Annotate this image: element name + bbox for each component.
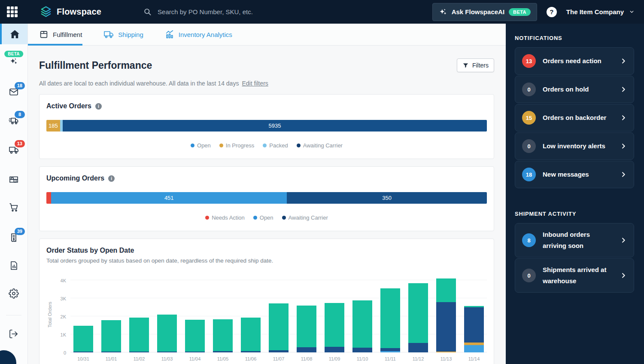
panel-item-shipments-arrived-at-warehouse[interactable]: 0Shipments arrived at warehouse	[515, 258, 634, 293]
sidebar-item-report[interactable]	[0, 260, 27, 271]
sidebar-item-home[interactable]	[0, 24, 27, 44]
bar-segment-teal_segment	[73, 326, 93, 352]
chart-bar-11-11	[380, 288, 400, 352]
filters-button[interactable]: Filters	[457, 58, 494, 72]
x-tick-label: 11/13	[436, 356, 456, 361]
x-tick-label: 11/02	[129, 356, 149, 361]
count-badge: 0	[522, 83, 536, 96]
legend-dot-icon	[297, 144, 301, 147]
sidebar-item-invoice[interactable]: 39	[0, 232, 27, 243]
chart-bar-11-12	[408, 283, 428, 352]
legend-item: Awaiting Carrier	[297, 142, 343, 149]
x-tick-label: 11/03	[157, 356, 177, 361]
x-tick-label: 11/01	[101, 356, 121, 361]
count-badge: 0	[522, 269, 536, 282]
sidebar-item-cart[interactable]	[0, 202, 27, 212]
bar-segment-teal_segment	[380, 288, 400, 348]
count-badge: 8	[522, 233, 536, 247]
x-tick-label: 10/31	[73, 356, 93, 361]
tab-fulfillment[interactable]: Fulfillment	[39, 24, 82, 45]
sidebar-item-warehouse[interactable]	[0, 173, 27, 184]
bar-segment-navy_segment	[380, 348, 400, 351]
x-tick-label: 11/10	[352, 356, 372, 361]
legend-item: Open	[253, 214, 273, 221]
upcoming-orders-legend: Needs ActionOpenAwaiting Carrier	[46, 214, 487, 221]
panel-item-new-messages[interactable]: 18New messages	[515, 161, 634, 188]
filters-label: Filters	[472, 62, 489, 69]
panel-item-inbound-orders-arriving-soon[interactable]: 8Inbound orders arriving soon	[515, 223, 634, 257]
account-menu[interactable]: The Item Company	[566, 8, 635, 15]
sidebar-item-truck-fast[interactable]: 8	[0, 116, 27, 126]
info-icon[interactable]: i	[95, 103, 102, 110]
chart-bar-11-07	[269, 303, 289, 352]
panel-item-orders-need-action[interactable]: 13Orders need action	[515, 47, 634, 75]
ask-ai-label: Ask FlowspaceAI	[452, 8, 504, 15]
ask-flowspace-ai-button[interactable]: Ask FlowspaceAI BETA	[432, 3, 537, 21]
bar-segment-navy_segment	[325, 347, 344, 352]
x-tick-label: 11/11	[380, 356, 400, 361]
sidebar-item-gear[interactable]	[0, 288, 27, 299]
bar-segment-gold_segment	[436, 352, 456, 352]
order-status-title: Order Status by Open Date	[46, 247, 134, 254]
sidebar-item-mail[interactable]: 18	[0, 87, 27, 97]
caret-down-icon	[629, 9, 635, 15]
panel-item-orders-on-backorder[interactable]: 15Orders on backorder	[515, 104, 634, 132]
sidebar-item-logout[interactable]	[0, 329, 27, 339]
flowspace-logo[interactable]: Flowspace	[39, 6, 101, 18]
sidebar-badge: 13	[15, 140, 25, 147]
upcoming-orders-title: Upcoming Orders	[46, 174, 104, 182]
chevron-right-icon	[620, 171, 627, 178]
sidebar-divider	[6, 315, 21, 315]
legend-item: Needs Action	[205, 214, 245, 221]
panel-item-orders-on-hold[interactable]: 0Orders on hold	[515, 76, 634, 103]
bar-segment-teal_segment	[157, 315, 177, 352]
bar-segment-sky_blue_segment	[380, 351, 400, 352]
x-tick-label: 11/06	[241, 356, 261, 361]
bar-segment-navy_segment	[185, 352, 205, 352]
chevron-right-icon	[620, 114, 627, 121]
help-icon[interactable]: ?	[547, 7, 557, 17]
tab-inventory-analytics[interactable]: Inventory Analytics	[165, 24, 232, 45]
info-icon[interactable]: i	[108, 175, 115, 182]
apps-grid-icon[interactable]	[7, 6, 18, 18]
legend-item: Open	[191, 142, 211, 149]
sidebar-item-sparkles[interactable]: BETA	[0, 57, 27, 66]
chevron-right-icon	[620, 86, 627, 93]
bar-segment-navy_segment	[157, 352, 177, 352]
x-tick-label: 11/14	[464, 356, 484, 361]
bar-segment-teal_segment	[241, 318, 261, 351]
x-tick-label: 11/05	[213, 356, 233, 361]
left-sidebar: BETA1881339	[0, 24, 28, 364]
tab-label: Shipping	[118, 31, 143, 38]
bar-segment-navy_segment	[269, 350, 289, 352]
logout-icon	[9, 329, 19, 339]
y-tick-label: 4K	[61, 278, 66, 283]
bar-segment-teal_segment	[269, 303, 289, 350]
active-orders-bar: 1855935	[46, 120, 487, 132]
edit-filters-link[interactable]: Edit filters	[242, 80, 268, 87]
bar-segment-open: 451	[51, 192, 287, 204]
legend-item: Packed	[263, 142, 288, 149]
tab-shipping[interactable]: Shipping	[103, 24, 143, 45]
panel-item-label: Shipments arrived at warehouse	[543, 264, 613, 287]
chart-bar-11-10	[352, 300, 372, 352]
global-search-input[interactable]: Search by PO Number, SKU, etc.	[143, 8, 253, 16]
count-badge: 18	[522, 168, 536, 181]
tab-strip: FulfillmentShippingInventory Analytics	[27, 24, 506, 46]
chart-bar-11-02	[129, 318, 149, 352]
active-orders-legend: OpenIn ProgressPackedAwaiting Carrier	[46, 142, 487, 149]
bar-segment-teal_segment	[185, 320, 205, 352]
sidebar-badge: 8	[15, 111, 25, 118]
page-subtitle: All dates are local to each individual w…	[39, 80, 494, 87]
active-orders-card: Active Orders i 1855935 OpenIn ProgressP…	[39, 94, 494, 159]
chart-bar-11-03	[157, 315, 177, 352]
sidebar-item-truck[interactable]: 13	[0, 145, 27, 155]
bar-segment-teal_segment	[297, 306, 316, 347]
bar-segment-navy_segment	[73, 352, 93, 352]
bar-segment-sky_blue_segment	[464, 345, 484, 352]
panel-item-label: Inbound orders arriving soon	[543, 229, 613, 251]
panel-item-label: Orders on backorder	[543, 112, 613, 123]
sparkles-icon	[439, 8, 447, 16]
bar-segment-navy_segment	[352, 348, 372, 352]
panel-item-low-inventory-alerts[interactable]: 0Low inventory alerts	[515, 132, 634, 160]
